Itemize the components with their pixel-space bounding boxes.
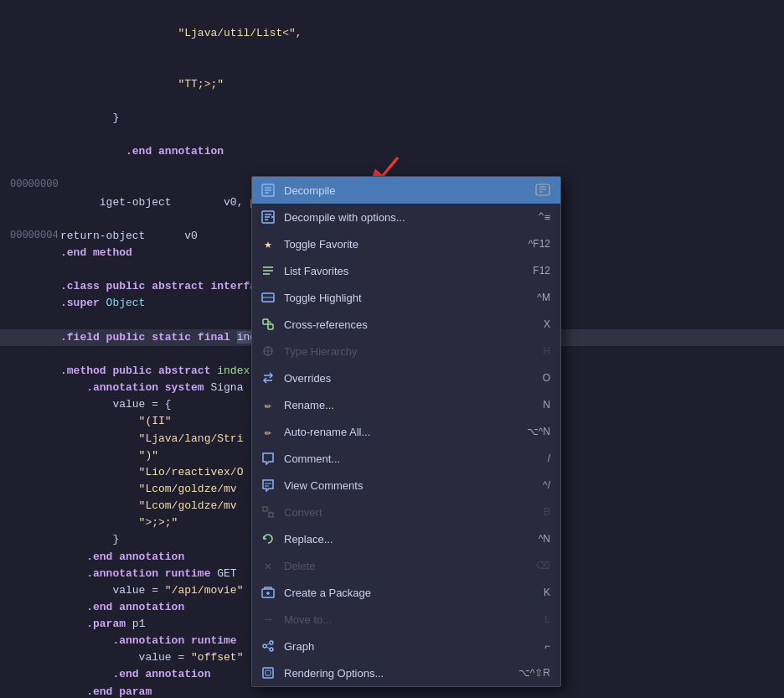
menu-shortcut-move-to: L	[544, 613, 550, 625]
menu-item-decompile[interactable]: Decompile	[252, 177, 560, 204]
menu-item-rendering-options[interactable]: Rendering Options... ⌥^⇧R	[252, 659, 560, 686]
menu-shortcut-overrides: O	[543, 372, 550, 384]
menu-item-view-comments[interactable]: View Comments ^/	[252, 472, 560, 499]
graph-icon	[259, 637, 277, 655]
svg-line-41	[266, 647, 270, 649]
menu-shortcut-rename: N	[543, 399, 550, 411]
menu-item-convert[interactable]: Convert B	[252, 499, 560, 525]
svg-rect-30	[263, 507, 267, 511]
menu-label-comment: Comment...	[284, 452, 531, 465]
svg-rect-19	[263, 319, 268, 324]
menu-shortcut-convert: B	[544, 506, 550, 518]
replace-icon	[259, 530, 277, 548]
list-favorites-icon	[259, 261, 277, 280]
cross-references-icon	[259, 315, 277, 333]
code-line: .end annotation	[0, 127, 784, 177]
menu-label-move-to: Move to...	[284, 613, 528, 626]
context-menu: Decompile Decompile with options... ^≡ ★…	[251, 176, 561, 687]
menu-label-toggle-highlight: Toggle Highlight	[284, 292, 520, 304]
menu-item-type-hierarchy[interactable]: Type Hierarchy H	[252, 338, 560, 365]
menu-item-cross-references[interactable]: Cross-references X	[252, 311, 560, 338]
menu-item-graph[interactable]: Graph ⌐	[252, 633, 560, 659]
menu-label-convert: Convert	[284, 506, 527, 519]
menu-label-decompile-options: Decompile with options...	[284, 211, 522, 224]
menu-shortcut-decompile	[535, 184, 550, 197]
comment-icon	[259, 449, 277, 468]
view-comments-icon	[259, 476, 277, 494]
create-package-icon	[259, 583, 277, 602]
menu-label-toggle-favorite: Toggle Favorite	[284, 238, 512, 251]
decompile-icon	[259, 181, 277, 199]
menu-shortcut-replace: ^N	[539, 533, 550, 545]
menu-label-overrides: Overrides	[284, 372, 526, 385]
menu-shortcut-list-favorites: F12	[533, 265, 550, 277]
decompile-options-icon	[259, 208, 277, 226]
menu-shortcut-rendering-options: ⌥^⇧R	[518, 667, 550, 679]
menu-label-graph: Graph	[284, 640, 528, 653]
menu-label-rename: Rename...	[284, 399, 526, 411]
svg-point-38	[270, 641, 273, 644]
code-line: "Ljava/util/List<",	[0, 8, 784, 59]
menu-label-delete: Delete	[284, 560, 519, 572]
svg-rect-20	[268, 324, 273, 329]
menu-item-move-to[interactable]: → Move to... L	[252, 606, 560, 633]
svg-line-40	[266, 644, 270, 645]
menu-shortcut-comment: /	[548, 452, 550, 464]
menu-item-decompile-options[interactable]: Decompile with options... ^≡	[252, 204, 560, 230]
menu-item-overrides[interactable]: Overrides O	[252, 365, 560, 391]
menu-label-rendering-options: Rendering Options...	[284, 667, 502, 680]
svg-point-37	[263, 644, 266, 648]
svg-rect-31	[269, 513, 273, 517]
svg-rect-42	[263, 668, 273, 678]
menu-shortcut-delete: ⌫	[536, 560, 550, 571]
menu-shortcut-view-comments: ^/	[543, 479, 550, 491]
menu-label-replace: Replace...	[284, 533, 522, 545]
menu-shortcut-cross-references: X	[544, 318, 550, 330]
menu-label-list-favorites: List Favorites	[284, 265, 516, 277]
convert-icon	[259, 503, 277, 521]
menu-shortcut-decompile-options: ^≡	[539, 211, 550, 223]
star-icon: ★	[259, 235, 277, 253]
editor-area: "Ljava/util/List<", "TT;>;" } .end annot…	[0, 0, 784, 698]
menu-item-rename[interactable]: ✏ Rename... N	[252, 391, 560, 418]
menu-shortcut-toggle-highlight: ^M	[537, 292, 550, 303]
menu-item-delete[interactable]: ✕ Delete ⌫	[252, 552, 560, 579]
menu-shortcut-auto-rename: ⌥^N	[527, 426, 550, 437]
menu-shortcut-graph: ⌐	[544, 640, 550, 652]
code-line: }	[0, 110, 784, 127]
menu-label-decompile: Decompile	[284, 184, 518, 197]
toggle-highlight-icon	[259, 288, 277, 307]
menu-label-create-package: Create a Package	[284, 587, 527, 599]
rendering-options-icon	[259, 664, 277, 682]
menu-label-cross-references: Cross-references	[284, 318, 527, 331]
code-line: "TT;>;"	[0, 59, 784, 109]
svg-point-39	[270, 648, 273, 651]
menu-label-auto-rename: Auto-rename All...	[284, 426, 510, 438]
menu-item-replace[interactable]: Replace... ^N	[252, 525, 560, 552]
auto-rename-icon: ✏	[259, 422, 277, 441]
rename-icon: ✏	[259, 396, 277, 414]
menu-shortcut-toggle-favorite: ^F12	[529, 238, 550, 250]
menu-item-create-package[interactable]: Create a Package K	[252, 579, 560, 606]
menu-label-view-comments: View Comments	[284, 479, 526, 492]
svg-rect-43	[266, 670, 271, 675]
delete-icon: ✕	[259, 556, 277, 575]
menu-item-toggle-favorite[interactable]: ★ Toggle Favorite ^F12	[252, 230, 560, 257]
menu-item-list-favorites[interactable]: List Favorites F12	[252, 257, 560, 284]
overrides-icon	[259, 369, 277, 387]
menu-label-type-hierarchy: Type Hierarchy	[284, 345, 526, 358]
type-hierarchy-icon	[259, 342, 277, 360]
menu-shortcut-type-hierarchy: H	[543, 345, 550, 357]
menu-item-auto-rename[interactable]: ✏ Auto-rename All... ⌥^N	[252, 418, 560, 445]
menu-shortcut-create-package: K	[544, 587, 550, 598]
menu-item-comment[interactable]: Comment... /	[252, 445, 560, 472]
move-to-icon: →	[259, 610, 277, 628]
menu-item-toggle-highlight[interactable]: Toggle Highlight ^M	[252, 284, 560, 311]
